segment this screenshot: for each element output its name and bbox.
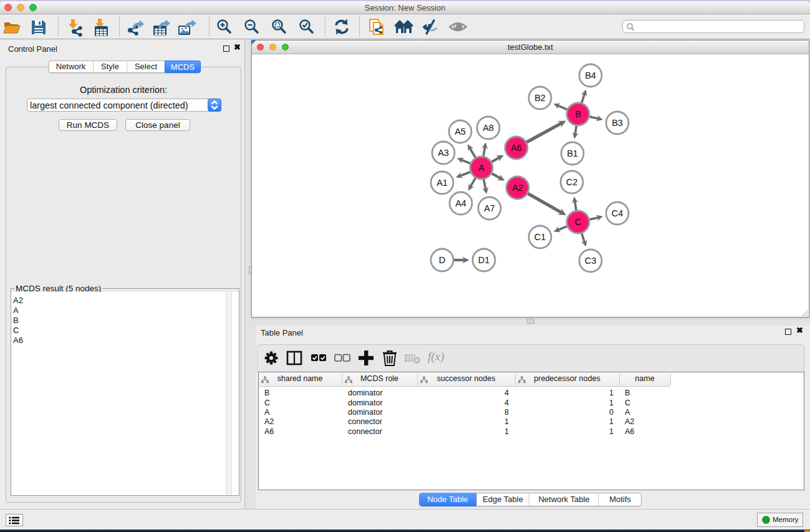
svg-text:C4: C4 xyxy=(612,208,624,218)
svg-text:A: A xyxy=(478,163,485,173)
svg-text:A7: A7 xyxy=(484,203,495,213)
svg-text:A6: A6 xyxy=(511,143,522,153)
svg-text:C2: C2 xyxy=(566,177,578,187)
svg-text:A1: A1 xyxy=(436,178,448,188)
svg-text:C1: C1 xyxy=(534,232,546,242)
svg-text:C: C xyxy=(575,217,581,227)
svg-text:A3: A3 xyxy=(438,148,449,158)
svg-text:A4: A4 xyxy=(455,198,466,208)
svg-text:B: B xyxy=(575,109,581,119)
svg-text:A8: A8 xyxy=(483,123,494,133)
svg-text:B4: B4 xyxy=(585,70,596,80)
svg-text:A5: A5 xyxy=(455,127,466,137)
svg-text:B3: B3 xyxy=(612,118,623,128)
svg-text:A2: A2 xyxy=(512,183,523,193)
svg-text:C3: C3 xyxy=(585,256,597,266)
svg-text:B2: B2 xyxy=(534,93,546,103)
svg-text:D: D xyxy=(439,255,445,265)
svg-text:B1: B1 xyxy=(567,148,578,158)
svg-text:D1: D1 xyxy=(478,255,490,265)
